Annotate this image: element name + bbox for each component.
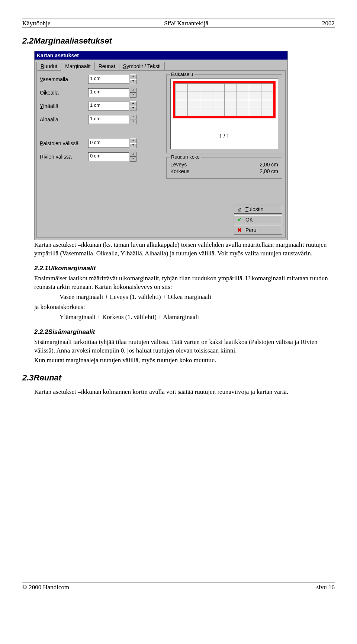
input-vasemmalla[interactable]: 1 cm bbox=[88, 75, 129, 84]
section-2-2-2-title: 2.2.2Sisämarginaalit bbox=[22, 328, 335, 336]
spinner-oikealla[interactable]: ▲▼ bbox=[130, 88, 136, 98]
para-222b: Kun muutat marginaaleja ruutujen välillä… bbox=[22, 356, 335, 365]
groupbox-esikatselu: Esikatselu 1 / 1 bbox=[166, 74, 282, 153]
input-palstojen[interactable]: 0 cm bbox=[88, 139, 129, 148]
spinner-ylhaalla[interactable]: ▲▼ bbox=[130, 101, 136, 111]
preview-page-indicator: 1 / 1 bbox=[173, 133, 276, 139]
dialog-tabs: Ruudut Marginaalit Reunat Symbolit / Tek… bbox=[35, 60, 287, 70]
legend-ruudun-koko: Ruudun koko bbox=[170, 154, 201, 160]
close-icon: ✖ bbox=[237, 227, 242, 233]
input-ylhaalla[interactable]: 1 cm bbox=[88, 102, 129, 111]
dialog-titlebar: Kartan asetukset bbox=[35, 51, 287, 60]
label-korkeus: Korkeus bbox=[170, 168, 189, 174]
para-222a: Sisämarginaali tarkoittaa tyhjää tilaa r… bbox=[22, 338, 335, 355]
para-221a: Ensimmäiset laatikot määrittävät ulkomar… bbox=[22, 274, 335, 291]
tulostin-button[interactable]: Tulostin bbox=[234, 205, 282, 214]
page-header: Käyttöohje SfW Kartantekijä 2002 bbox=[22, 20, 335, 28]
section-2-3-title: 2.3Reunat bbox=[22, 373, 335, 383]
input-oikealla[interactable]: 1 cm bbox=[88, 88, 129, 97]
input-alhaalla[interactable]: 1 cm bbox=[88, 115, 129, 124]
spinner-palstojen[interactable]: ▲▼ bbox=[130, 138, 136, 148]
label-rivien: Rivien välissä bbox=[40, 154, 88, 160]
section-2-2-title: 2.2Marginaaliasetukset bbox=[22, 36, 335, 46]
footer-left: © 2000 Handicom bbox=[22, 584, 69, 591]
input-rivien[interactable]: 0 cm bbox=[88, 152, 129, 161]
label-ylhaalla: Ylhäällä bbox=[40, 103, 88, 109]
value-leveys: 2,00 cm bbox=[260, 162, 278, 168]
label-oikealla: Oikealla bbox=[40, 90, 88, 96]
header-right: 2002 bbox=[322, 20, 335, 27]
label-vasemmalla: Vasemmalla bbox=[40, 76, 88, 82]
value-korkeus: 2,00 cm bbox=[260, 168, 278, 174]
label-leveys: Leveys bbox=[170, 162, 187, 168]
ok-button[interactable]: ✔ OK bbox=[234, 215, 282, 224]
spinner-rivien[interactable]: ▲▼ bbox=[130, 152, 136, 162]
footer-right: sivu 16 bbox=[316, 584, 335, 591]
header-center: SfW Kartantekijä bbox=[164, 20, 208, 27]
para-221d: Ylämarginaali + Korkeus (1. välilehti) +… bbox=[22, 313, 335, 322]
spinner-alhaalla[interactable]: ▲▼ bbox=[130, 115, 136, 124]
check-icon: ✔ bbox=[237, 217, 242, 223]
preview-grid bbox=[173, 81, 276, 118]
para-221b: Vasen marginaali + Leveys (1. välilehti)… bbox=[22, 293, 335, 302]
para-intro: Kartan asetukset –ikkunan (ks. tämän luv… bbox=[22, 241, 335, 258]
groupbox-ruudun-koko: Ruudun koko Leveys2,00 cm Korkeus2,00 cm bbox=[166, 157, 282, 179]
header-left: Käyttöohje bbox=[22, 20, 51, 27]
printer-icon bbox=[237, 206, 242, 212]
peru-button[interactable]: ✖ Peru bbox=[234, 226, 282, 235]
para-23: Kartan asetukset –ikkunan kolmannen kort… bbox=[22, 388, 335, 396]
spinner-vasemmalla[interactable]: ▲▼ bbox=[130, 74, 136, 84]
tab-reunat[interactable]: Reunat bbox=[94, 62, 119, 70]
tab-marginaalit[interactable]: Marginaalit bbox=[61, 62, 94, 71]
section-2-2-1-title: 2.2.1Ulkomarginaalit bbox=[22, 265, 335, 272]
tab-symbolit-teksti[interactable]: Symbolit / Teksti bbox=[119, 62, 165, 70]
kartan-asetukset-dialog: Kartan asetukset Ruudut Marginaalit Reun… bbox=[34, 51, 288, 240]
label-alhaalla: Alhaalla bbox=[40, 117, 88, 122]
para-221c: ja kokonaiskorkeus: bbox=[22, 303, 335, 312]
tab-ruudut[interactable]: Ruudut bbox=[36, 62, 61, 70]
page-footer: © 2000 Handicom sivu 16 bbox=[22, 583, 335, 591]
legend-esikatselu: Esikatselu bbox=[170, 71, 194, 77]
label-palstojen: Palstojen välissä bbox=[40, 140, 88, 146]
preview-area: 1 / 1 bbox=[170, 79, 278, 149]
